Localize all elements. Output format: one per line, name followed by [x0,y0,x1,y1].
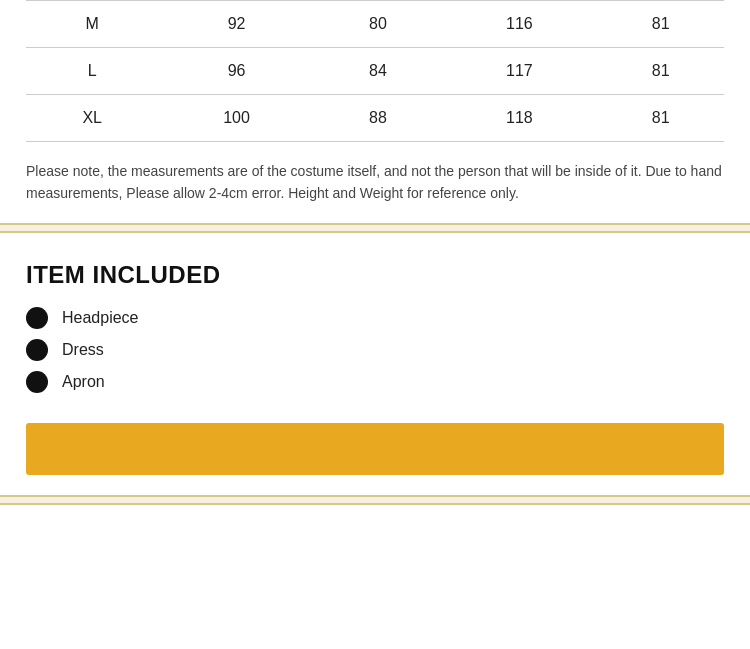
bullet-dot-icon [26,339,48,361]
item-list: HeadpieceDressApron [26,307,724,393]
cta-button-section [0,423,750,495]
bullet-dot-icon [26,371,48,393]
item-label: Apron [62,373,105,391]
size-table-section: M928011681L968411781XL1008811881 Please … [0,0,750,205]
item-included-title: ITEM INCLUDED [26,261,724,289]
table-row: L968411781 [26,48,724,95]
table-row: M928011681 [26,1,724,48]
cta-button[interactable] [26,423,724,475]
size-table: M928011681L968411781XL1008811881 [26,0,724,142]
list-item: Dress [26,339,724,361]
list-item: Apron [26,371,724,393]
table-row: XL1008811881 [26,95,724,142]
item-included-section: ITEM INCLUDED HeadpieceDressApron [0,233,750,423]
item-label: Headpiece [62,309,139,327]
measurement-note: Please note, the measurements are of the… [26,160,724,205]
bullet-dot-icon [26,307,48,329]
list-item: Headpiece [26,307,724,329]
bottom-divider [0,495,750,505]
top-divider [0,223,750,233]
item-label: Dress [62,341,104,359]
